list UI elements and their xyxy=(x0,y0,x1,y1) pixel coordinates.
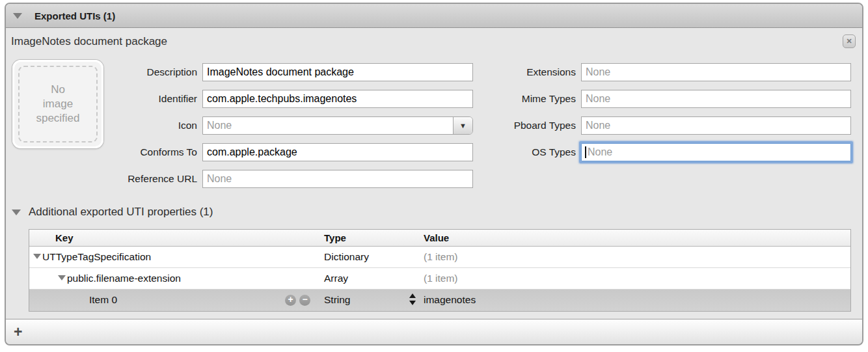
disclosure-triangle-icon[interactable] xyxy=(58,275,66,280)
close-button[interactable]: ✕ xyxy=(843,34,856,48)
identifier-label: Identifier xyxy=(77,93,202,105)
icon-combo-box: ▼ xyxy=(202,116,473,135)
identifier-row: Identifier xyxy=(77,90,473,108)
disclosure-triangle-icon[interactable] xyxy=(13,13,22,19)
icon-label: Icon xyxy=(77,120,202,131)
icon-row: Icon ▼ xyxy=(77,116,473,135)
row-type: Array xyxy=(324,273,348,284)
stepper-down-icon xyxy=(409,301,416,305)
close-icon: ✕ xyxy=(846,37,852,46)
extensions-field[interactable] xyxy=(581,63,851,81)
add-uti-button[interactable]: + xyxy=(14,325,22,338)
os-types-row: OS Types xyxy=(455,143,851,161)
exported-utis-title: Exported UTIs (1) xyxy=(34,10,115,21)
mime-types-field[interactable] xyxy=(581,90,851,108)
os-types-field-wrap xyxy=(581,143,851,161)
panel-footer: + xyxy=(6,319,862,344)
mime-types-row: Mime Types xyxy=(455,90,851,108)
description-row: Description xyxy=(77,63,473,81)
conforms-to-label: Conforms To xyxy=(77,146,202,158)
no-image-line: image xyxy=(43,97,73,111)
no-image-line: specified xyxy=(36,111,79,126)
disclosure-triangle-icon[interactable] xyxy=(12,210,21,215)
row-value: imagenotes xyxy=(424,294,476,306)
table-row-public-filename-extension[interactable]: public.filename-extension Array (1 item) xyxy=(29,268,850,290)
reference-url-field[interactable] xyxy=(202,170,473,188)
row-key: UTTypeTagSpecification xyxy=(42,251,151,263)
minus-icon: − xyxy=(302,294,307,305)
disclosure-triangle-icon[interactable] xyxy=(33,254,41,259)
description-label: Description xyxy=(77,66,202,78)
column-header-key[interactable]: Key xyxy=(55,232,74,243)
row-key: public.filename-extension xyxy=(67,273,181,284)
exported-utis-panel: Exported UTIs (1) ImageNotes document pa… xyxy=(5,3,863,345)
identifier-field[interactable] xyxy=(202,90,473,108)
reference-url-row: Reference URL xyxy=(77,170,473,188)
os-types-field[interactable] xyxy=(581,143,851,161)
extensions-label: Extensions xyxy=(455,66,581,78)
row-key: Item 0 xyxy=(89,294,117,306)
extensions-row: Extensions xyxy=(455,63,851,81)
column-header-value[interactable]: Value xyxy=(424,232,449,243)
conforms-to-row: Conforms To xyxy=(77,143,473,161)
conforms-to-field[interactable] xyxy=(202,143,473,161)
additional-properties-section-header[interactable]: Additional exported UTI properties (1) xyxy=(12,205,213,219)
add-item-button[interactable]: + xyxy=(285,295,296,306)
pboard-types-row: Pboard Types xyxy=(455,116,851,135)
table-row-uttypetagspecification[interactable]: UTTypeTagSpecification Dictionary (1 ite… xyxy=(29,247,850,268)
exported-utis-section-header[interactable]: Exported UTIs (1) xyxy=(6,4,862,28)
table-row-item-0[interactable]: Item 0 + − String imagenotes xyxy=(29,290,850,311)
pboard-types-field[interactable] xyxy=(581,116,851,135)
text-caret xyxy=(585,146,586,158)
table-header-row: Key Type Value xyxy=(29,230,850,247)
mime-types-label: Mime Types xyxy=(455,93,581,105)
row-type: Dictionary xyxy=(324,251,369,263)
plus-icon: + xyxy=(288,294,293,305)
no-image-line: No xyxy=(51,83,65,97)
uti-name-label: ImageNotes document package xyxy=(11,35,167,48)
column-header-type[interactable]: Type xyxy=(324,232,346,243)
row-value: (1 item) xyxy=(424,273,458,284)
panel-content: Exported UTIs (1) ImageNotes document pa… xyxy=(6,4,862,344)
row-value: (1 item) xyxy=(424,251,458,263)
pboard-types-label: Pboard Types xyxy=(455,120,581,131)
row-type-popup[interactable]: String xyxy=(324,294,351,306)
properties-table: Key Type Value UTTypeTagSpecification Di… xyxy=(29,229,851,312)
icon-field[interactable] xyxy=(203,117,453,134)
description-field[interactable] xyxy=(202,63,473,81)
os-types-label: OS Types xyxy=(455,146,581,158)
stepper-up-icon xyxy=(409,293,416,298)
stepper-icon[interactable] xyxy=(409,293,416,305)
additional-properties-title: Additional exported UTI properties (1) xyxy=(29,206,213,219)
remove-item-button[interactable]: − xyxy=(299,295,310,306)
reference-url-label: Reference URL xyxy=(77,173,202,185)
